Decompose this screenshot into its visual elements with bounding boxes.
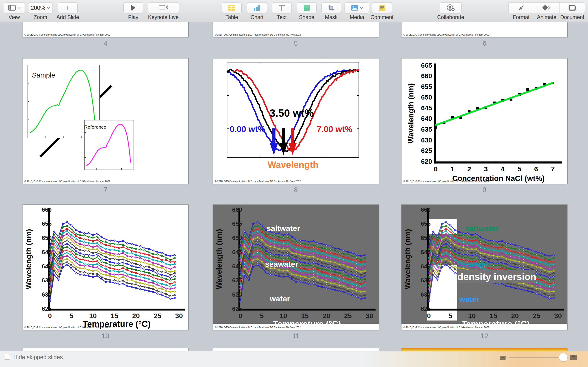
slide-thumbnail-14[interactable]	[213, 348, 379, 351]
copyright-text: © 2018, DJG Communications LLC, modifica…	[24, 33, 110, 36]
thumbnail-size-slider-knob[interactable]	[559, 353, 567, 361]
svg-text:Wavelength: Wavelength	[268, 160, 318, 170]
collaborate-group: Collaborate	[437, 2, 464, 20]
svg-text:1: 1	[451, 165, 455, 173]
chart-button[interactable]	[247, 2, 267, 13]
svg-text:620: 620	[421, 158, 432, 165]
inspector-labels: Format Animate Document	[508, 14, 585, 20]
add-slide-button[interactable]: +	[58, 2, 78, 13]
mask-button[interactable]	[321, 2, 341, 13]
svg-text:Wavelength (nm): Wavelength (nm)	[406, 83, 415, 144]
svg-text:665: 665	[421, 62, 432, 69]
svg-text:7.00 wt%: 7.00 wt%	[317, 125, 352, 134]
svg-text:10: 10	[468, 312, 476, 319]
svg-text:660: 660	[421, 72, 432, 80]
zoom-button-group: 200% Zoom	[28, 2, 53, 20]
zoom-button[interactable]: 200%	[28, 2, 53, 13]
slide-thumbnail-11[interactable]: 625630635640645650655660051015202530Temp…	[213, 205, 379, 330]
text-group: Text	[272, 2, 292, 20]
svg-text:2: 2	[467, 165, 471, 173]
slide-thumbnail-12[interactable]: 625630635640645650655660051015202530Temp…	[401, 205, 567, 330]
svg-text:Wavelength (nm): Wavelength (nm)	[215, 229, 223, 289]
hide-skipped-label: Hide skipped slides	[13, 354, 63, 361]
chart-label: Chart	[247, 14, 267, 20]
svg-text:650: 650	[421, 235, 431, 241]
play-button[interactable]	[123, 2, 143, 13]
format-button[interactable]	[509, 2, 534, 13]
svg-text:15: 15	[490, 312, 497, 319]
thumbnail-size-slider-track[interactable]	[509, 357, 559, 358]
mask-group: Mask	[321, 2, 341, 20]
svg-text:10: 10	[89, 312, 97, 319]
svg-text:625: 625	[421, 306, 431, 312]
svg-text:650: 650	[232, 235, 242, 241]
text-button[interactable]	[272, 2, 292, 13]
slide-number: 7	[23, 186, 188, 194]
document-button[interactable]	[559, 2, 585, 13]
slide-thumbnail-6[interactable]: © 2018, DJG Communications LLC, modifica…	[401, 22, 567, 37]
zoom-out-thumbnail-icon[interactable]	[500, 356, 506, 360]
add-slide-label: Add Slide	[57, 14, 79, 20]
svg-text:630: 630	[232, 291, 242, 298]
svg-text:Reference: Reference	[84, 124, 106, 130]
media-label: Media	[345, 14, 369, 20]
svg-text:25: 25	[533, 312, 540, 319]
comment-button[interactable]	[372, 2, 392, 13]
slide-thumbnail-8[interactable]: 0.00 wt%3.50 wt%7.00 wt%Wavelength © 201…	[213, 58, 379, 184]
dip-spectra-chart: 0.00 wt%3.50 wt%7.00 wt%Wavelength	[213, 58, 379, 184]
hide-skipped-checkbox[interactable]	[5, 354, 10, 360]
slide-thumbnail-10[interactable]: 625630635640645650655660051015202530Temp…	[23, 205, 188, 330]
comment-group: Comment	[371, 2, 393, 20]
add-slide-group: + Add Slide	[57, 2, 79, 20]
keynote-live-button[interactable]	[148, 2, 179, 13]
svg-text:5: 5	[260, 312, 264, 319]
zoom-in-thumbnail-icon[interactable]	[570, 355, 577, 360]
svg-text:5: 5	[449, 312, 452, 319]
footer-bar: Hide skipped slides	[0, 351, 588, 367]
svg-text:655: 655	[232, 220, 242, 227]
svg-text:625: 625	[42, 306, 52, 312]
svg-text:10: 10	[279, 312, 287, 319]
chart-group: Chart	[247, 2, 267, 20]
temperature-chart: 625630635640645650655660051015202530Temp…	[23, 205, 188, 330]
media-button[interactable]	[345, 2, 369, 13]
slide-thumbnail-5[interactable]: © 2018, DJG Communications LLC, modifica…	[213, 22, 379, 37]
svg-text:0: 0	[238, 312, 242, 319]
copyright-text: © 2018, DJG Communications LLC, modifica…	[403, 33, 489, 36]
svg-text:655: 655	[42, 220, 52, 227]
media-group: Media	[345, 2, 369, 20]
view-button[interactable]	[4, 2, 25, 13]
slide-thumbnail-4[interactable]: © 2018, DJG Communications LLC, modifica…	[23, 22, 188, 37]
slide-number: 5	[213, 40, 379, 47]
svg-text:7: 7	[551, 165, 555, 173]
shape-group: Shape	[297, 2, 317, 20]
slide-thumbnail-13[interactable]	[23, 348, 188, 351]
svg-text:3: 3	[484, 165, 488, 173]
svg-text:0: 0	[434, 165, 438, 173]
svg-text:15: 15	[111, 312, 118, 319]
mask-label: Mask	[321, 14, 341, 20]
svg-text:30: 30	[175, 312, 183, 319]
copyright-text: © 2018, DJG Communications LLC, modifica…	[403, 180, 489, 183]
shape-button[interactable]	[297, 2, 317, 13]
svg-text:30: 30	[554, 312, 562, 319]
zoom-value: 200%	[31, 5, 45, 11]
svg-text:0.00 wt%: 0.00 wt%	[230, 125, 265, 134]
format-brush-icon	[518, 4, 525, 11]
collaborate-button[interactable]	[440, 2, 462, 13]
animate-button[interactable]	[534, 2, 559, 13]
slide-thumbnail-15[interactable]	[401, 348, 567, 351]
keynote-live-icon	[158, 5, 169, 11]
spectra-chart: SampleReference	[23, 58, 188, 184]
svg-text:saltwater: saltwater	[267, 224, 300, 233]
slide-thumbnail-7[interactable]: SampleReference © 2018, DJG Communicatio…	[23, 58, 188, 184]
slide-number: 4	[23, 40, 188, 47]
copyright-text: © 2018, DJG Communications LLC, modifica…	[24, 326, 110, 329]
svg-text:630: 630	[42, 291, 52, 298]
copyright-text: © 2018, DJG Communications LLC, modifica…	[24, 180, 110, 183]
media-icon	[351, 5, 358, 11]
svg-text:water: water	[270, 294, 290, 303]
table-button[interactable]	[222, 2, 242, 13]
slide-thumbnail-9[interactable]: 62062563063564064565065566066501234567Co…	[401, 58, 567, 184]
svg-text:635: 635	[42, 277, 52, 284]
